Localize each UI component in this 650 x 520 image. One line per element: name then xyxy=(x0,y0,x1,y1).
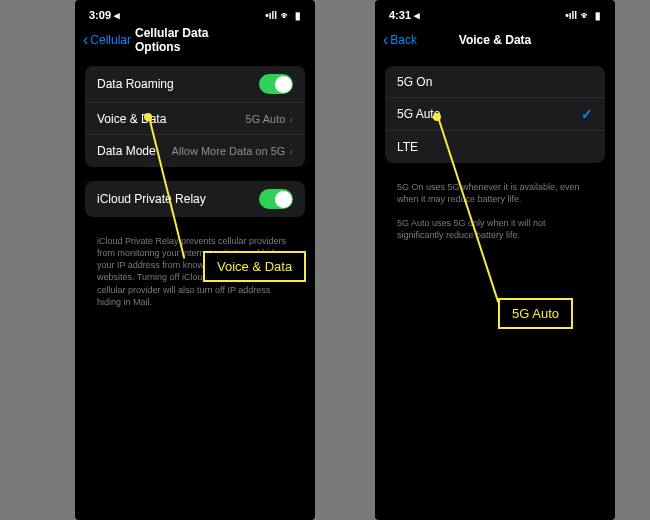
chevron-left-icon: ‹ xyxy=(383,31,388,49)
callout-voice-and-data: Voice & Data xyxy=(203,251,306,282)
row-label: Voice & Data xyxy=(97,112,166,126)
option-5g-on[interactable]: 5G On xyxy=(385,66,605,98)
chevron-right-icon: › xyxy=(289,145,293,157)
row-data-roaming[interactable]: Data Roaming xyxy=(85,66,305,103)
row-label: Data Mode xyxy=(97,144,156,158)
settings-group-1: Data Roaming Voice & Data 5G Auto › Data… xyxy=(85,66,305,167)
row-label: Data Roaming xyxy=(97,77,174,91)
settings-group-2: iCloud Private Relay xyxy=(85,181,305,217)
status-time: 3:09 ◂ xyxy=(89,9,120,22)
nav-bar: ‹ Back Voice & Data xyxy=(375,26,615,54)
back-button[interactable]: ‹ Cellular xyxy=(83,31,131,49)
row-voice-and-data[interactable]: Voice & Data 5G Auto › xyxy=(85,103,305,135)
back-label: Cellular xyxy=(90,33,131,47)
row-value: 5G Auto › xyxy=(246,113,293,125)
page-title: Voice & Data xyxy=(459,33,531,47)
option-label: LTE xyxy=(397,140,418,154)
wifi-icon: ᯤ xyxy=(281,10,291,21)
wifi-icon: ᯤ xyxy=(581,10,591,21)
status-indicators: •ıll ᯤ ▮ xyxy=(565,10,601,21)
chevron-right-icon: › xyxy=(289,113,293,125)
status-bar: 3:09 ◂ •ıll ᯤ ▮ xyxy=(75,0,315,26)
option-label: 5G On xyxy=(397,75,432,89)
check-icon: ✓ xyxy=(581,106,593,122)
status-bar: 4:31 ◂ •ıll ᯤ ▮ xyxy=(375,0,615,26)
battery-icon: ▮ xyxy=(595,10,601,21)
toggle-on-icon[interactable] xyxy=(259,189,293,209)
row-data-mode[interactable]: Data Mode Allow More Data on 5G › xyxy=(85,135,305,167)
phone-right-screenshot: 4:31 ◂ •ıll ᯤ ▮ ‹ Back Voice & Data 5G O… xyxy=(375,0,615,520)
nav-bar: ‹ Cellular Cellular Data Options xyxy=(75,26,315,54)
back-button[interactable]: ‹ Back xyxy=(383,31,417,49)
signal-icon: •ıll xyxy=(265,10,277,21)
footer-5g-auto: 5G Auto uses 5G only when it will not si… xyxy=(385,213,605,241)
toggle-on-icon[interactable] xyxy=(259,74,293,94)
row-value: Allow More Data on 5G › xyxy=(172,145,293,157)
row-icloud-private-relay[interactable]: iCloud Private Relay xyxy=(85,181,305,217)
callout-5g-auto: 5G Auto xyxy=(498,298,573,329)
option-5g-auto[interactable]: 5G Auto ✓ xyxy=(385,98,605,131)
options-group: 5G On 5G Auto ✓ LTE xyxy=(385,66,605,163)
signal-icon: •ıll xyxy=(565,10,577,21)
content-area: 5G On 5G Auto ✓ LTE 5G On uses 5G whenev… xyxy=(375,54,615,242)
page-title: Cellular Data Options xyxy=(135,26,255,54)
battery-icon: ▮ xyxy=(295,10,301,21)
option-lte[interactable]: LTE xyxy=(385,131,605,163)
footer-5g-on: 5G On uses 5G whenever it is available, … xyxy=(385,177,605,205)
row-label: iCloud Private Relay xyxy=(97,192,206,206)
back-label: Back xyxy=(390,33,417,47)
status-time: 4:31 ◂ xyxy=(389,9,420,22)
chevron-left-icon: ‹ xyxy=(83,31,88,49)
status-indicators: •ıll ᯤ ▮ xyxy=(265,10,301,21)
